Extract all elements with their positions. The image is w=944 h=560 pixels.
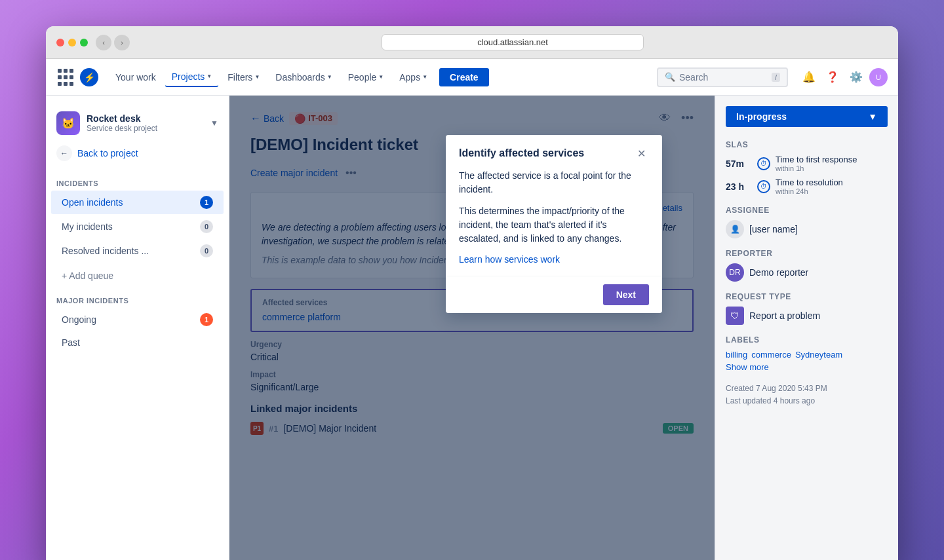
people-nav[interactable]: People ▼ bbox=[342, 68, 391, 86]
browser-nav: ‹ › bbox=[96, 35, 130, 50]
dashboards-dropdown-arrow: ▼ bbox=[327, 74, 332, 80]
modal-body-text-1: The affected service is a focal point fo… bbox=[459, 169, 649, 196]
content-area: ← Back 🔴 IT-003 👁 ••• [DEMO] Incident ti… bbox=[229, 96, 715, 560]
sidebar-item-resolved-incidents[interactable]: Resolved incidents ... 0 bbox=[51, 239, 224, 263]
back-circle-icon: ← bbox=[56, 145, 72, 161]
sla2-clock-icon: ⏱ bbox=[757, 180, 770, 193]
sla-section-title: SLAs bbox=[726, 140, 888, 149]
request-type-icon: 🛡 bbox=[726, 307, 744, 325]
reporter-section: Reporter DR Demo reporter bbox=[726, 249, 888, 282]
project-header[interactable]: 🐱 Rocket desk Service desk project ▼ bbox=[46, 106, 229, 140]
header-icons: 🔔 ❓ ⚙️ U bbox=[798, 67, 888, 88]
projects-dropdown-arrow: ▼ bbox=[206, 73, 212, 79]
request-type-label: Request type bbox=[726, 292, 888, 301]
create-button[interactable]: Create bbox=[439, 68, 489, 86]
request-type-name: Report a problem bbox=[749, 310, 820, 321]
main-layout: 🐱 Rocket desk Service desk project ▼ ← B… bbox=[46, 96, 898, 560]
label-commerce[interactable]: commerce bbox=[751, 350, 791, 360]
sidebar-item-past[interactable]: Past bbox=[51, 332, 224, 353]
apps-nav[interactable]: Apps ▼ bbox=[393, 68, 434, 86]
labels-row: billing commerce Sydneyteam bbox=[726, 350, 888, 360]
request-type-row: 🛡 Report a problem bbox=[726, 307, 888, 325]
right-panel: In-progress ▼ SLAs 57m ⏱ Time to first r… bbox=[715, 96, 898, 560]
my-incidents-badge: 0 bbox=[200, 220, 213, 233]
search-placeholder: Search bbox=[679, 72, 768, 83]
last-updated: Last updated 4 hours ago bbox=[726, 395, 888, 407]
request-type-section: Request type 🛡 Report a problem bbox=[726, 292, 888, 325]
user-avatar[interactable]: U bbox=[869, 68, 888, 86]
your-work-nav[interactable]: Your work bbox=[109, 68, 163, 86]
assignee-avatar: 👤 bbox=[726, 220, 744, 238]
project-info: Rocket desk Service desk project bbox=[87, 113, 204, 133]
help-button[interactable]: ❓ bbox=[822, 67, 843, 88]
app-header: ⚡ Your work Projects ▼ Filters ▼ Dashboa… bbox=[46, 59, 898, 96]
forward-nav-button[interactable]: › bbox=[114, 35, 130, 50]
labels-label: Labels bbox=[726, 335, 888, 345]
reporter-person: DR Demo reporter bbox=[726, 263, 888, 282]
modal-close-button[interactable]: ✕ bbox=[633, 145, 649, 161]
close-dot[interactable] bbox=[56, 39, 64, 47]
next-button[interactable]: Next bbox=[603, 284, 649, 305]
add-queue-link[interactable]: + Add queue bbox=[51, 265, 224, 286]
search-shortcut: / bbox=[772, 73, 780, 82]
browser-window: ‹ › ⚡ Your work Projects ▼ Filters ▼ bbox=[46, 26, 898, 560]
window-controls bbox=[56, 39, 88, 47]
label-billing[interactable]: billing bbox=[726, 350, 747, 360]
dashboards-nav[interactable]: Dashboards ▼ bbox=[269, 68, 338, 86]
people-dropdown-arrow: ▼ bbox=[378, 74, 384, 80]
notifications-button[interactable]: 🔔 bbox=[798, 67, 819, 88]
sidebar: 🐱 Rocket desk Service desk project ▼ ← B… bbox=[46, 96, 229, 560]
back-to-project-link[interactable]: ← Back to project bbox=[46, 140, 229, 166]
sidebar-item-open-incidents[interactable]: Open incidents 1 bbox=[51, 191, 224, 214]
ongoing-badge: 1 bbox=[200, 313, 213, 326]
open-incidents-badge: 1 bbox=[200, 196, 213, 209]
browser-titlebar: ‹ › bbox=[46, 26, 898, 59]
address-bar[interactable] bbox=[382, 34, 644, 50]
learn-services-link[interactable]: Learn how services work bbox=[459, 254, 560, 265]
modal-title: Identify affected services bbox=[459, 147, 584, 159]
sla1-time: 57m bbox=[726, 159, 752, 169]
maximize-dot[interactable] bbox=[80, 39, 88, 47]
search-icon: 🔍 bbox=[665, 72, 675, 82]
sla2-time: 23 h bbox=[726, 181, 752, 192]
panel-footer: Created 7 Aug 2020 5:43 PM Last updated … bbox=[726, 383, 888, 407]
sla1-info: Time to first response within 1h bbox=[776, 155, 857, 172]
main-nav: Your work Projects ▼ Filters ▼ Dashboard… bbox=[109, 67, 489, 87]
project-avatar: 🐱 bbox=[56, 111, 80, 135]
sla1-clock-icon: ⏱ bbox=[757, 157, 770, 170]
assignee-person: 👤 [user name] bbox=[726, 220, 888, 238]
status-dropdown-arrow: ▼ bbox=[868, 111, 877, 122]
major-incidents-section-label: Major incidents bbox=[46, 289, 229, 307]
back-nav-button[interactable]: ‹ bbox=[96, 35, 111, 50]
sla2-info: Time to resolution within 24h bbox=[776, 177, 843, 195]
filters-dropdown-arrow: ▼ bbox=[254, 74, 260, 80]
identify-services-modal: Identify affected services ✕ The affecte… bbox=[446, 135, 662, 313]
atlassian-logo[interactable]: ⚡ bbox=[80, 68, 98, 86]
modal-overlay: Identify affected services ✕ The affecte… bbox=[229, 96, 715, 560]
sidebar-item-my-incidents[interactable]: My incidents 0 bbox=[51, 215, 224, 238]
minimize-dot[interactable] bbox=[68, 39, 76, 47]
filters-nav[interactable]: Filters ▼ bbox=[221, 68, 266, 86]
assignee-name: [user name] bbox=[749, 224, 798, 234]
assignee-label: Assignee bbox=[726, 206, 888, 215]
apps-dropdown-arrow: ▼ bbox=[422, 74, 427, 80]
search-bar[interactable]: 🔍 Search / bbox=[657, 67, 788, 87]
assignee-section: Assignee 👤 [user name] bbox=[726, 206, 888, 238]
created-date: Created 7 Aug 2020 5:43 PM bbox=[726, 383, 888, 395]
settings-button[interactable]: ⚙️ bbox=[846, 67, 867, 88]
sla-item-1: 57m ⏱ Time to first response within 1h bbox=[726, 155, 888, 172]
project-chevron-icon: ▼ bbox=[210, 119, 218, 128]
show-more-link[interactable]: Show more bbox=[726, 362, 888, 372]
status-dropdown[interactable]: In-progress ▼ bbox=[726, 106, 888, 127]
modal-body-text-2: This determines the impact/priority of t… bbox=[459, 204, 649, 246]
reporter-label: Reporter bbox=[726, 249, 888, 258]
project-name: Rocket desk bbox=[87, 113, 204, 124]
reporter-avatar: DR bbox=[726, 263, 744, 282]
label-sydneyteam[interactable]: Sydneyteam bbox=[795, 350, 842, 360]
resolved-incidents-badge: 0 bbox=[200, 244, 213, 257]
modal-body: The affected service is a focal point fo… bbox=[446, 169, 662, 276]
sidebar-item-ongoing[interactable]: Ongoing 1 bbox=[51, 308, 224, 331]
grid-menu-icon[interactable] bbox=[56, 68, 75, 86]
sla-section: SLAs 57m ⏱ Time to first response within… bbox=[726, 140, 888, 195]
projects-nav[interactable]: Projects ▼ bbox=[165, 67, 219, 87]
